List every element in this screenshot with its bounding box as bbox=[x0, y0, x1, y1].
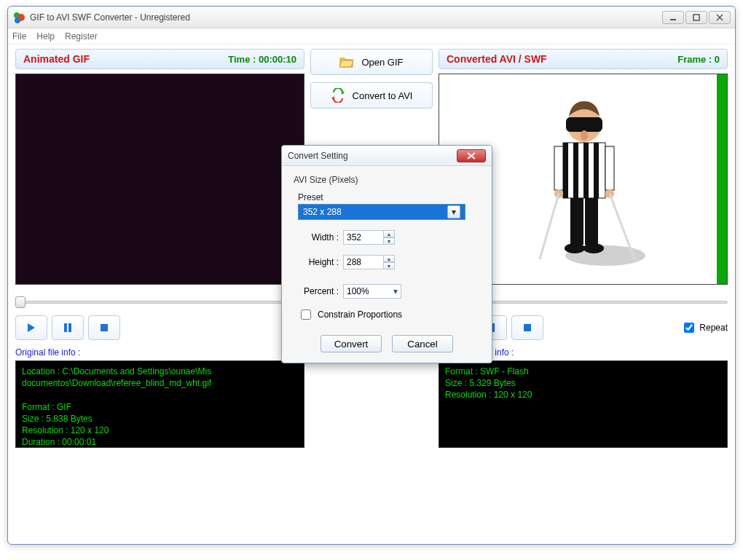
right-frame-label: Frame : 0 bbox=[677, 54, 720, 65]
right-info-box: Format : SWF - Flash Size : 5.329 Bytes … bbox=[439, 360, 728, 448]
svg-rect-22 bbox=[605, 146, 614, 190]
height-label: Height : bbox=[298, 257, 339, 267]
window-controls bbox=[662, 11, 731, 24]
menu-help[interactable]: Help bbox=[36, 31, 55, 42]
menu-register[interactable]: Register bbox=[65, 31, 98, 42]
preset-select[interactable]: 352 x 288 ▾ bbox=[298, 204, 465, 220]
constrain-label: Constrain Proportions bbox=[318, 309, 402, 320]
close-icon bbox=[467, 152, 476, 159]
left-panel-header: Animated GIF Time : 00:00:10 bbox=[15, 49, 304, 69]
titlebar: GIF to AVI SWF Converter - Unregistered bbox=[8, 7, 735, 28]
svg-line-25 bbox=[540, 194, 559, 259]
left-time-label: Time : 00:00:10 bbox=[228, 54, 296, 65]
avi-size-label: AVI Size (Pixels) bbox=[294, 175, 481, 185]
dialog-titlebar: Convert Setting bbox=[282, 146, 492, 166]
svg-rect-12 bbox=[570, 194, 583, 245]
svg-rect-3 bbox=[670, 19, 676, 20]
svg-rect-20 bbox=[594, 143, 599, 198]
convert-to-avi-button[interactable]: Convert to AVI bbox=[310, 82, 433, 109]
preset-label: Preset bbox=[298, 192, 481, 202]
svg-point-15 bbox=[583, 243, 604, 253]
close-button[interactable] bbox=[709, 11, 731, 24]
menubar: File Help Register bbox=[8, 28, 735, 44]
svg-rect-13 bbox=[585, 194, 598, 245]
folder-open-icon bbox=[339, 55, 354, 69]
convert-button[interactable]: Convert bbox=[321, 335, 382, 352]
convert-to-avi-label: Convert to AVI bbox=[353, 90, 413, 101]
menu-file[interactable]: File bbox=[12, 31, 26, 42]
svg-rect-28 bbox=[566, 117, 602, 132]
left-panel-title: Animated GIF bbox=[23, 53, 90, 65]
window-title: GIF to AVI SWF Converter - Unregistered bbox=[30, 12, 662, 23]
svg-rect-7 bbox=[68, 323, 71, 332]
preset-value: 352 x 288 bbox=[303, 207, 342, 217]
app-icon bbox=[12, 11, 25, 24]
green-strip bbox=[717, 74, 727, 284]
percent-select[interactable]: 100% ▾ bbox=[343, 284, 401, 299]
svg-point-29 bbox=[581, 130, 588, 141]
svg-marker-9 bbox=[342, 90, 345, 95]
left-preview bbox=[15, 74, 304, 285]
left-info-label: Original file info : bbox=[15, 347, 304, 358]
svg-point-2 bbox=[15, 17, 20, 23]
svg-rect-17 bbox=[563, 143, 568, 198]
left-panel: Animated GIF Time : 00:00:10 R bbox=[15, 49, 304, 448]
svg-rect-33 bbox=[524, 324, 531, 331]
cancel-button[interactable]: Cancel bbox=[392, 335, 453, 352]
convert-icon bbox=[331, 88, 345, 103]
chevron-down-icon: ▾ bbox=[393, 286, 398, 296]
constrain-checkbox[interactable] bbox=[301, 309, 311, 320]
height-input[interactable] bbox=[343, 255, 384, 269]
chevron-down-icon: ▾ bbox=[447, 205, 460, 218]
svg-marker-10 bbox=[331, 96, 334, 100]
dialog-close-button[interactable] bbox=[457, 149, 486, 162]
main-window: GIF to AVI SWF Converter - Unregistered … bbox=[7, 6, 736, 545]
percent-label: Percent : bbox=[298, 286, 339, 296]
svg-rect-21 bbox=[554, 146, 563, 190]
dialog-title: Convert Setting bbox=[288, 151, 348, 161]
width-label: Width : bbox=[298, 232, 339, 242]
height-spin-down[interactable]: ▼ bbox=[383, 262, 395, 269]
referee-figure bbox=[518, 84, 649, 274]
left-info-box: Location : C:\Documents and Settings\oun… bbox=[15, 360, 304, 448]
svg-rect-18 bbox=[573, 143, 578, 198]
svg-marker-5 bbox=[28, 323, 35, 332]
width-spin-up[interactable]: ▲ bbox=[383, 230, 395, 237]
left-pause-button[interactable] bbox=[52, 315, 84, 340]
right-stop-button[interactable] bbox=[511, 315, 543, 340]
svg-rect-8 bbox=[101, 324, 108, 331]
convert-setting-dialog: Convert Setting AVI Size (Pixels) Preset… bbox=[281, 145, 492, 363]
left-seek-thumb[interactable] bbox=[15, 296, 25, 308]
maximize-button[interactable] bbox=[685, 11, 707, 24]
right-repeat-checkbox[interactable] bbox=[684, 323, 694, 333]
open-gif-label: Open GIF bbox=[361, 57, 403, 68]
open-gif-button[interactable]: Open GIF bbox=[310, 49, 433, 75]
width-input[interactable] bbox=[343, 230, 384, 245]
left-controls: R bbox=[15, 315, 304, 340]
right-panel-title: Converted AVI / SWF bbox=[447, 53, 547, 65]
svg-rect-4 bbox=[693, 15, 699, 20]
left-seek-track[interactable] bbox=[15, 295, 304, 308]
center-column: Open GIF Convert to AVI bbox=[310, 49, 433, 109]
svg-rect-19 bbox=[583, 143, 589, 198]
minimize-button[interactable] bbox=[662, 11, 684, 24]
height-spin-up[interactable]: ▲ bbox=[383, 255, 395, 262]
svg-point-14 bbox=[565, 243, 585, 253]
left-stop-button[interactable] bbox=[88, 315, 120, 340]
svg-rect-6 bbox=[64, 323, 67, 332]
right-repeat-label: Repeat bbox=[699, 323, 728, 333]
width-spin-down[interactable]: ▼ bbox=[383, 237, 395, 245]
percent-value: 100% bbox=[347, 286, 369, 296]
left-play-button[interactable] bbox=[15, 315, 47, 340]
right-panel-header: Converted AVI / SWF Frame : 0 bbox=[439, 49, 728, 69]
